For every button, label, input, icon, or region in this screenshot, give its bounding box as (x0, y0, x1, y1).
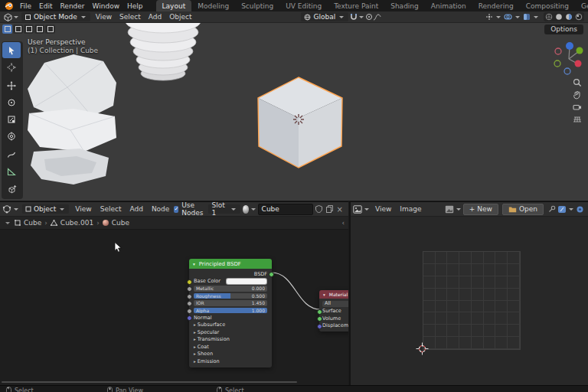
panel-specular[interactable]: ▸Specular (189, 328, 272, 336)
shading-material-icon[interactable] (565, 13, 573, 21)
editor-type-image-icon[interactable] (353, 205, 362, 214)
chevron-down-icon[interactable] (515, 16, 520, 18)
image-menu-view[interactable]: View (371, 205, 395, 213)
proportional-editing-icon[interactable] (365, 13, 373, 21)
tab-modeling[interactable]: Modeling (191, 0, 235, 11)
camera-view-icon[interactable] (573, 103, 582, 112)
chevron-down-icon[interactable] (456, 208, 461, 211)
tool-scale[interactable] (2, 111, 21, 127)
tab-uv-editing[interactable]: UV Editing (279, 0, 328, 11)
surface-input-socket[interactable] (317, 309, 322, 315)
select-mode-set[interactable] (2, 24, 12, 34)
overlays-icon[interactable] (504, 13, 512, 21)
output-all-row[interactable]: All (319, 300, 348, 308)
pan-view-icon[interactable] (573, 90, 582, 100)
chevron-down-icon[interactable] (496, 16, 501, 18)
panel-subsurface[interactable]: ▸Subsurface (189, 322, 272, 329)
menu-edit[interactable]: Edit (35, 2, 56, 10)
shading-rendered-icon[interactable] (575, 13, 583, 21)
tool-rotate[interactable] (2, 94, 21, 110)
roughness-slider[interactable]: Roughness 0.500 (194, 293, 267, 299)
ior-slider[interactable]: IOR 1.450 (194, 300, 267, 306)
blender-logo-icon[interactable] (5, 2, 14, 11)
normal-socket[interactable] (187, 315, 192, 321)
tool-measure[interactable] (2, 163, 21, 179)
image-editor[interactable]: View Image + New Open (349, 201, 588, 386)
browse-image-icon[interactable] (445, 205, 454, 214)
tool-annotate[interactable] (2, 146, 21, 162)
base-color-swatch[interactable] (226, 278, 267, 285)
viewport-3d[interactable]: User Perspective (1) Collection | Cube (0, 23, 588, 201)
show-gizmo-icon[interactable] (485, 13, 493, 21)
editor-type-3d-icon[interactable] (4, 13, 12, 21)
image-settings-icon[interactable] (576, 205, 584, 214)
tab-texture-paint[interactable]: Texture Paint (328, 0, 384, 11)
volume-input-socket[interactable] (317, 316, 322, 322)
alpha-slider[interactable]: Alpha 1.000 (194, 308, 267, 314)
shading-wireframe-icon[interactable] (545, 13, 553, 21)
new-image-button[interactable]: + New (463, 204, 498, 215)
menu-file[interactable]: File (16, 2, 35, 10)
alpha-socket[interactable] (187, 309, 192, 314)
tab-geometry-nodes[interactable]: Geometry Nodes (575, 0, 588, 11)
menu-render[interactable]: Render (57, 2, 89, 10)
panel-transmission[interactable]: ▸Transmission (189, 336, 272, 344)
metallic-socket[interactable] (187, 286, 192, 292)
tab-animation[interactable]: Animation (425, 0, 472, 11)
tool-select-box[interactable] (2, 42, 21, 58)
tab-rendering[interactable]: Rendering (472, 0, 520, 11)
transform-orientation-selector[interactable]: Global (301, 12, 348, 21)
tool-transform[interactable] (2, 128, 21, 144)
toggle-perspective-icon[interactable] (573, 115, 582, 124)
select-mode-intersect[interactable] (45, 24, 55, 34)
cursor-2d-icon[interactable] (416, 342, 429, 355)
image-menu-image[interactable]: Image (396, 205, 425, 213)
navigation-gizmo[interactable] (553, 40, 585, 75)
viewport-menu-view[interactable]: View (92, 13, 116, 21)
ior-socket[interactable] (187, 301, 192, 306)
chevron-down-icon[interactable] (359, 16, 364, 18)
viewport-menu-add[interactable]: Add (145, 13, 165, 21)
panel-sheen[interactable]: ▸Sheen (189, 351, 272, 358)
options-button[interactable]: Options (544, 24, 583, 34)
roughness-socket[interactable] (187, 294, 192, 299)
output-target-dropdown[interactable]: All (322, 301, 348, 307)
select-mode-invert[interactable] (34, 24, 44, 34)
bsdf-output-socket[interactable] (269, 272, 274, 277)
chevron-down-icon[interactable] (364, 208, 369, 211)
shading-solid-icon[interactable] (555, 13, 563, 21)
menu-help[interactable]: Help (123, 2, 147, 10)
chevron-down-icon[interactable] (14, 16, 18, 18)
display-channels-icon[interactable] (557, 205, 567, 214)
chevron-down-icon[interactable] (569, 208, 573, 211)
principled-bsdf-node[interactable]: ▾ Principled BSDF BSDF Base Color (189, 259, 272, 368)
tool-add-cube[interactable] (2, 181, 21, 198)
displacement-input-socket[interactable] (317, 324, 322, 329)
collapse-arrow-icon[interactable]: ▾ (193, 262, 195, 266)
tool-move[interactable] (2, 77, 21, 93)
falloff-curve-icon[interactable] (373, 14, 381, 21)
viewport-menu-select[interactable]: Select (116, 13, 145, 21)
metallic-slider[interactable]: Metallic 0.000 (194, 286, 267, 292)
menu-window[interactable]: Window (89, 2, 124, 10)
panel-emission[interactable]: ▸Emission (189, 358, 272, 365)
tab-compositing[interactable]: Compositing (520, 0, 575, 11)
tab-sculpting[interactable]: Sculpting (235, 0, 279, 11)
shader-horizontal-scrollbar[interactable] (2, 381, 297, 383)
tool-cursor[interactable] (2, 59, 21, 75)
xray-toggle-icon[interactable] (523, 13, 531, 21)
chevron-down-icon[interactable] (534, 16, 538, 18)
panel-coat[interactable]: ▸Coat (189, 343, 272, 351)
shader-editor[interactable]: Object View Select Add Node ✓ Use Nodes … (0, 201, 348, 386)
tab-layout[interactable]: Layout (156, 0, 192, 11)
pin-icon[interactable] (548, 205, 556, 213)
principled-node-header[interactable]: ▾ Principled BSDF (189, 259, 272, 269)
output-node-header[interactable]: ▾ Material Output (319, 290, 348, 299)
viewport-menu-object[interactable]: Object (165, 13, 195, 21)
zoom-view-icon[interactable] (573, 78, 582, 87)
mode-selector[interactable]: Object Mode (21, 12, 90, 21)
material-output-node[interactable]: ▾ Material Output All Surface Volume Dis… (319, 290, 348, 332)
tab-shading[interactable]: Shading (384, 0, 425, 11)
select-mode-subtract[interactable] (24, 24, 34, 34)
snap-magnet-icon[interactable] (350, 13, 358, 21)
